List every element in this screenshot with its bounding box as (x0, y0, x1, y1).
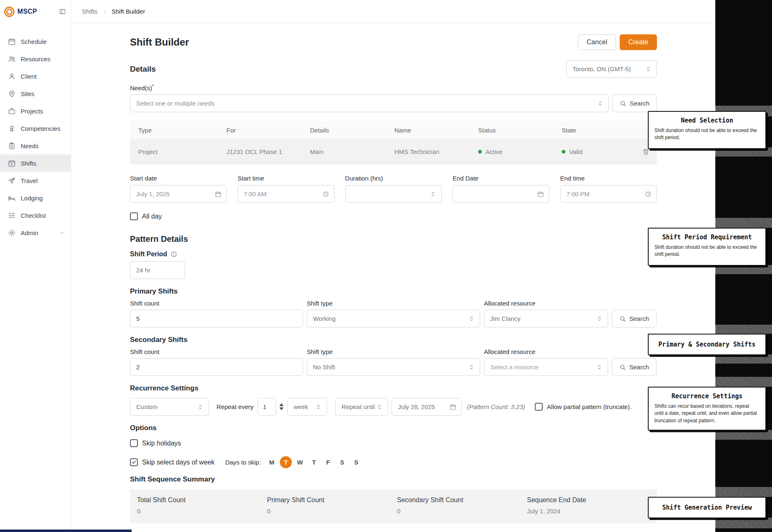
timezone-select[interactable]: Toronto, ON (GMT-5) (566, 60, 657, 78)
info-icon[interactable] (171, 251, 177, 258)
checklist-icon (8, 212, 16, 219)
interval-stepper (279, 403, 284, 410)
summary-item-secondary: Secondary Shift Count 0 (397, 496, 527, 523)
search-secondary-resource-button[interactable]: Search (612, 358, 657, 376)
all-day-checkbox[interactable] (130, 212, 138, 220)
secondary-shift-type-select[interactable]: No Shift (307, 358, 480, 376)
sidebar-item-needs[interactable]: Needs (0, 137, 71, 154)
secondary-shift-count-input[interactable]: 2 (130, 358, 303, 376)
select-caret-icon (197, 404, 204, 410)
sidebar-item-travel[interactable]: Travel (0, 172, 71, 189)
skip-holidays-label: Skip holidays (142, 440, 181, 447)
sidebar-item-client[interactable]: Client (0, 67, 71, 85)
skip-days-label: Skip select days of week (142, 459, 214, 466)
select-caret-icon (596, 315, 603, 322)
summary-label: Total Shift Count (137, 496, 267, 504)
sidebar-item-label: Lodging (21, 195, 43, 202)
noise-texture (715, 487, 772, 497)
calendar-icon (8, 38, 16, 46)
collapse-sidebar-button[interactable] (59, 8, 66, 15)
end-date-input[interactable] (452, 185, 549, 203)
primary-shifts-heading: Primary Shifts (130, 287, 657, 296)
stepper-down-icon[interactable] (279, 407, 284, 410)
sidebar-item-resources[interactable]: Resources (0, 50, 71, 67)
search-needs-button[interactable]: Search (612, 94, 657, 112)
select-caret-icon (597, 100, 604, 107)
allow-partial-checkbox[interactable] (535, 403, 543, 411)
end-time-label: End time (560, 175, 657, 182)
day-chip-thursday[interactable]: T (308, 456, 320, 468)
day-chip-monday[interactable]: M (266, 456, 278, 468)
day-chip-friday[interactable]: F (322, 456, 334, 468)
end-time-input[interactable]: 7:00 PM (560, 185, 657, 203)
day-chip-saturday[interactable]: S (336, 456, 348, 468)
primary-shift-count-input[interactable]: 5 (130, 310, 303, 327)
summary-label: Primary Shift Count (267, 496, 397, 504)
day-chips: M T W T F S S (266, 456, 362, 468)
search-primary-resource-button[interactable]: Search (612, 310, 657, 327)
gear-icon (8, 229, 16, 237)
sidebar-item-checklist[interactable]: Checklist (0, 207, 71, 224)
allow-partial-label: Allow partial pattern (truncate). (547, 403, 631, 410)
col-header-status: Status (478, 127, 562, 134)
col-header-name: Name (394, 127, 478, 134)
summary-heading: Shift Sequence Summary (130, 475, 657, 484)
sidebar-item-label: Projects (21, 108, 43, 115)
cell-for: J1231 OCL Phase 1 (226, 148, 310, 155)
duration-input[interactable] (345, 185, 442, 203)
secondary-shift-type-label: Shift type (307, 348, 480, 355)
stepper-up-icon[interactable] (279, 403, 284, 406)
create-button[interactable]: Create (620, 34, 657, 50)
skip-days-checkbox[interactable] (130, 458, 138, 466)
primary-shift-type-label: Shift type (307, 300, 480, 307)
primary-shift-count-label: Shift count (130, 300, 303, 307)
callout-body: Shift duration should not be able to exc… (654, 244, 760, 258)
needs-select[interactable]: Select one or multiple needs (130, 94, 609, 112)
day-chip-wednesday[interactable]: W (294, 456, 306, 468)
sidebar-item-admin[interactable]: Admin (0, 224, 71, 241)
primary-shift-type-select[interactable]: Working (307, 310, 480, 327)
start-time-label: Start time (238, 175, 334, 182)
people-icon (8, 55, 16, 63)
col-header-details: Details (310, 127, 394, 134)
sidebar-item-label: Travel (21, 177, 38, 184)
sidebar-item-lodging[interactable]: Lodging (0, 189, 71, 207)
main-content: Shift Builder Cancel Create Details Toro… (71, 24, 715, 532)
summary-label: Secondary Shift Count (397, 496, 527, 504)
recurrence-mode-select[interactable]: Custom (130, 398, 209, 416)
breadcrumb-shifts-link[interactable]: Shifts (82, 8, 98, 15)
day-chip-tuesday[interactable]: T (280, 456, 292, 468)
repeat-until-date-input[interactable]: July 28, 2025 (392, 398, 462, 416)
shift-period-input[interactable]: 24 hr (130, 261, 185, 279)
noise-texture (715, 377, 772, 387)
select-caret-icon (315, 404, 322, 410)
secondary-resource-label: Allocated resource (484, 348, 608, 355)
sidebar-item-projects[interactable]: Projects (0, 102, 71, 120)
cell-state: Valid (562, 148, 650, 156)
search-icon (620, 100, 626, 107)
callout-need-selection: Need Selection Shift duration should not… (648, 111, 766, 149)
sidebar-item-shifts[interactable]: Shifts (0, 154, 71, 172)
sidebar-item-sites[interactable]: Sites (0, 85, 71, 102)
sidebar-item-schedule[interactable]: Schedule (0, 33, 71, 50)
pattern-count-note: (Pattern Count: 3.23) (467, 403, 525, 410)
sidebar-item-label: Competencies (21, 125, 60, 132)
skip-holidays-checkbox[interactable] (130, 439, 138, 447)
primary-resource-select[interactable]: Jim Clancy (484, 310, 608, 327)
start-date-input[interactable]: July 1, 2025 (130, 185, 227, 203)
noise-texture (715, 265, 772, 274)
clipboard-icon (8, 142, 16, 150)
repeat-interval-input[interactable]: 1 (257, 398, 276, 416)
needs-table: Type For Details Name Status State Proje… (130, 121, 657, 164)
secondary-resource-select[interactable]: Select a resource (484, 358, 608, 376)
table-header: Type For Details Name Status State (130, 121, 657, 139)
day-chip-sunday[interactable]: S (350, 456, 362, 468)
repeat-unit-select[interactable]: week (287, 398, 327, 416)
sidebar-item-competencies[interactable]: Competencies (0, 120, 71, 137)
topbar: Shifts Shift Builder (71, 0, 715, 23)
start-time-input[interactable]: 7:00 AM (238, 185, 334, 203)
repeat-until-select[interactable]: Repeat until (335, 398, 388, 416)
cancel-button[interactable]: Cancel (578, 34, 616, 50)
noise-texture (715, 518, 772, 528)
duration-label: Duration (hrs) (345, 175, 442, 182)
